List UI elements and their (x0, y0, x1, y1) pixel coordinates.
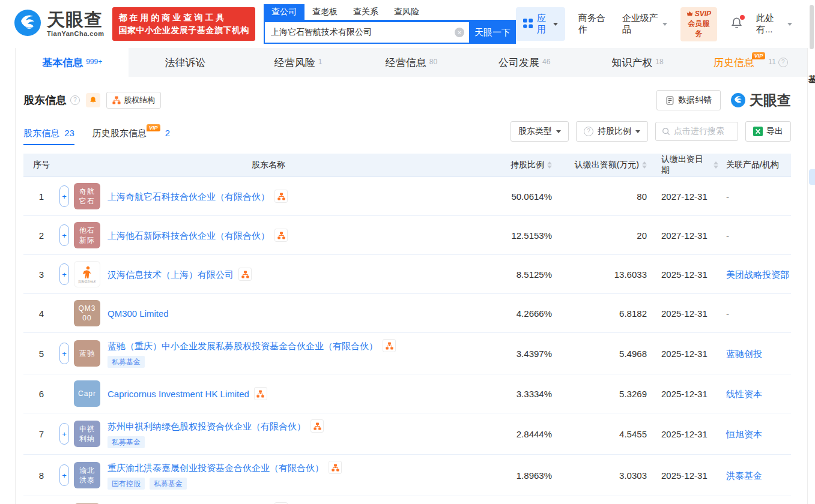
equity-structure-button[interactable]: 股权结构 (106, 92, 161, 109)
tianyancha-logo[interactable]: 天眼查 TianYanCha.com (13, 8, 104, 40)
header-search: 查公司查老板查关系查风险 × 天眼一下 (264, 4, 516, 44)
shareholder-name-link[interactable]: 上海他石新际科技合伙企业（有限合伙） (108, 229, 270, 242)
apps-label: 应用 (537, 13, 549, 35)
subscribed-amount: 20 (557, 216, 652, 255)
holding-ratio: 4.2666% (477, 294, 557, 333)
equity-structure-icon-button[interactable] (311, 419, 324, 433)
related-product-link[interactable]: 恒旭资本 (726, 429, 762, 439)
nav-tab-label: 知识产权 (611, 56, 652, 70)
apps-menu[interactable]: 应用 (516, 7, 565, 41)
search-submit-button[interactable]: 天眼一下 (469, 21, 516, 44)
avatar-text: 他石新际 (78, 226, 96, 245)
expand-button[interactable]: + (59, 224, 69, 246)
row-number: 8 (23, 455, 59, 496)
expand-button[interactable]: + (59, 185, 69, 207)
related-product: 襄禾资本 (719, 496, 791, 504)
table-search-placeholder: 点击进行搜索 (674, 126, 724, 137)
table-filters: 股东类型 ? 持股比例 点击进行搜索 导出 (511, 121, 791, 145)
equity-structure-icon-button[interactable] (329, 461, 342, 474)
related-product-link[interactable]: 线性资本 (726, 389, 762, 399)
page: 天眼查 TianYanCha.com 都在用的商业查询工具 国家中小企业发展子基… (0, 0, 815, 504)
shareholder-avatar: 他石新际 (74, 222, 100, 248)
search-input[interactable] (265, 28, 469, 37)
shareholder-avatar: 蓝驰 (74, 340, 100, 367)
subscribed-date: 2027-12-31 (652, 177, 719, 216)
shareholder-name-link[interactable]: QM300 Limited (108, 307, 169, 320)
data-correction-button[interactable]: 数据纠错 (656, 90, 721, 110)
help-icon[interactable]: ? (778, 58, 788, 67)
related-product: 洪泰基金 (719, 455, 791, 496)
related-product: 线性资本 (719, 374, 791, 413)
export-button[interactable]: 导出 (745, 121, 791, 142)
related-product: - (719, 177, 791, 216)
equity-structure-icon-button[interactable] (274, 229, 288, 242)
company-nav-tab[interactable]: 经营风险 1 (242, 48, 355, 77)
shareholder-name-link[interactable]: 重庆渝北洪泰嘉晟创业投资基金合伙企业（有限合伙） (108, 461, 324, 474)
holding-ratio-dropdown[interactable]: ? 持股比例 (576, 121, 648, 142)
shareholder-subtab[interactable]: 股东信息 23 (23, 128, 74, 145)
shareholder-name-link[interactable]: Capricornus Investment HK Limited (108, 388, 249, 400)
shareholder-name-link[interactable]: 苏州申祺利纳绿色股权投资合伙企业（有限合伙） (108, 420, 306, 433)
search-tab[interactable]: 查老板 (304, 4, 345, 20)
column-header-label: 认缴出资额(万元) (575, 160, 639, 170)
menu-enterprise[interactable]: 企业级产品 (622, 13, 667, 35)
search-tab[interactable]: 查关系 (345, 4, 386, 20)
promo-banner: 都在用的商业查询工具 国家中小企业发展子基金旗下机构 (112, 7, 255, 41)
logo-domain: TianYanCha.com (47, 31, 104, 37)
company-nav-tab[interactable]: 历史信息 VIP 11 ? (694, 48, 807, 77)
clear-icon[interactable]: × (455, 28, 464, 37)
scrollbar-thumb[interactable] (810, 5, 814, 49)
expand-button[interactable]: + (59, 423, 69, 445)
sort-icon[interactable] (642, 161, 647, 169)
table-row: 5 + 蓝驰 蓝驰（重庆）中小企业发展私募股权投资基金合伙企业（有限合伙） (23, 333, 791, 374)
sort-icon[interactable] (547, 161, 552, 169)
notification-bell[interactable] (730, 17, 743, 32)
shareholder-tag: 私募基金 (108, 356, 145, 368)
shareholder-tag: 国有控股 (108, 478, 145, 490)
equity-structure-icon-button[interactable] (238, 268, 252, 281)
company-nav-tab[interactable]: 公司发展 46 (468, 48, 581, 77)
shareholder-type-dropdown[interactable]: 股东类型 (511, 121, 569, 142)
subscribe-bell-button[interactable] (86, 93, 100, 107)
related-product-link[interactable]: 美团战略投资部 (726, 269, 789, 280)
subscribed-amount: 13.6033 (557, 255, 652, 294)
svip-member-badge[interactable]: SVIP 会员服务 (680, 7, 717, 41)
shareholder-name-link[interactable]: 上海奇航它石科技合伙企业（有限合伙） (108, 190, 270, 203)
chevron-down-icon (556, 130, 561, 136)
table-search-box[interactable]: 点击进行搜索 (655, 122, 738, 141)
company-nav-tab[interactable]: 法律诉讼 (129, 48, 241, 77)
row-number: 4 (23, 294, 59, 333)
shareholder-name-link[interactable]: 蓝驰（重庆）中小企业发展私募股权投资基金合伙企业（有限合伙） (108, 340, 378, 352)
company-nav-tab[interactable]: 经营信息 80 (355, 48, 468, 77)
related-product-link[interactable]: 洪泰基金 (726, 470, 762, 481)
company-nav-tab[interactable]: 基本信息 999+ (16, 48, 129, 77)
table-column-header: 序号 (23, 154, 59, 177)
equity-structure-icon-button[interactable] (274, 190, 288, 203)
subtab-count: 23 (64, 128, 74, 138)
header-menu: 应用 商务合作 企业级产品 SVIP 会员服务 此处有... (516, 7, 792, 41)
shareholder-tags: 私募基金 (108, 356, 396, 368)
user-menu[interactable]: 此处有... (756, 13, 792, 35)
nav-tab-count: 999+ (86, 58, 102, 66)
expand-button[interactable]: + (59, 464, 69, 486)
shareholder-name-link[interactable]: 汉海信息技术（上海）有限公司 (108, 268, 234, 281)
right-edge-cut-content: 基 (808, 0, 815, 504)
search-tab[interactable]: 查风险 (386, 4, 427, 20)
expand-button[interactable]: + (59, 343, 69, 364)
company-nav-tab[interactable]: 知识产权 18 (581, 48, 694, 77)
export-label: 导出 (766, 126, 783, 137)
shareholder-subtab[interactable]: 历史股东信息 VIP 2 (92, 128, 170, 145)
equity-structure-icon-button[interactable] (254, 387, 267, 400)
equity-structure-icon-button[interactable] (383, 339, 396, 352)
related-product-link[interactable]: 蓝驰创投 (726, 349, 762, 359)
subscribed-amount: 2.6514 (557, 496, 652, 504)
table-column-header: 认缴出资额(万元) (557, 154, 652, 177)
data-correction-label: 数据纠错 (678, 95, 712, 106)
nav-tab-count: 18 (655, 58, 663, 66)
related-product: 恒旭资本 (719, 413, 791, 455)
sort-icon[interactable] (714, 161, 718, 169)
menu-cooperation[interactable]: 商务合作 (578, 13, 609, 35)
expand-button[interactable]: + (59, 263, 69, 285)
search-tab[interactable]: 查公司 (264, 4, 304, 20)
help-icon[interactable]: ? (70, 95, 80, 105)
